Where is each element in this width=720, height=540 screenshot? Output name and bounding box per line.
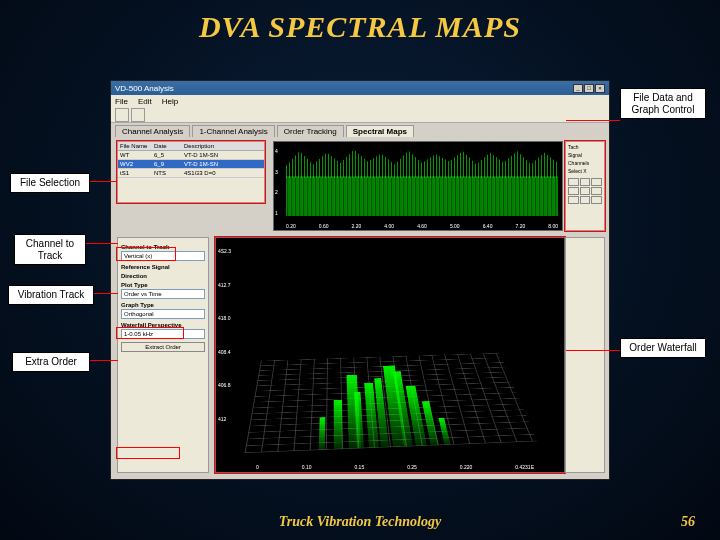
- rp-btn-4[interactable]: [568, 187, 579, 195]
- graph-type-label: Graph Type: [121, 302, 205, 308]
- menu-edit[interactable]: Edit: [138, 97, 152, 106]
- graph-type-select[interactable]: Orthogonal: [121, 309, 205, 319]
- tab-channel-analysis[interactable]: Channel Analysis: [115, 125, 190, 137]
- menu-bar: File Edit Help: [111, 95, 609, 107]
- spectrum-envelope: [286, 148, 558, 178]
- spectral-chart: 4 3 2 1 0.20 0.60 2.20 4.00 4.60 5.00 6.…: [273, 141, 563, 231]
- tab-spectral-maps[interactable]: Spectral Maps: [346, 125, 414, 137]
- callout-file-selection: File Selection: [10, 173, 90, 193]
- waterfall-grid: [245, 353, 537, 453]
- callout-file-data-graph-control: File Data and Graph Control: [620, 88, 706, 119]
- waterfall-xticks: 0 0.10 0.15 0.25 0.220 0.4231E: [256, 464, 534, 470]
- rp-select[interactable]: Select X: [568, 168, 602, 174]
- connector-line: [566, 350, 620, 351]
- connector-line: [86, 243, 118, 244]
- rp-btn-2[interactable]: [580, 178, 591, 186]
- window-title-text: VD-500 Analysis: [115, 84, 174, 93]
- channel-to-track-select[interactable]: Vertical (x): [121, 251, 205, 261]
- control-panel: Channel to Track Vertical (x) Reference …: [117, 237, 209, 473]
- file-col-date: Date: [152, 142, 182, 150]
- connector-line: [90, 360, 118, 361]
- file-row[interactable]: WT 6_5 VT-D 1M-SN: [118, 151, 264, 160]
- file-selection-panel: File Name Date Description WT 6_5 VT-D 1…: [117, 141, 265, 203]
- file-table-header: File Name Date Description: [118, 142, 264, 151]
- maximize-icon[interactable]: □: [584, 84, 594, 93]
- slide-footer: Truck Vibration Technology: [0, 514, 720, 530]
- toolbar-print-icon[interactable]: [131, 108, 145, 122]
- freq-range-field[interactable]: 1-0.05 kHz: [121, 329, 205, 339]
- rp-tach[interactable]: Tach: [568, 144, 602, 150]
- channel-to-track-label: Channel to Track: [121, 244, 205, 250]
- slide-page-number: 56: [681, 514, 695, 530]
- plot-type-select[interactable]: Order vs Time: [121, 289, 205, 299]
- tab-order-tracking[interactable]: Order Tracking: [277, 125, 344, 137]
- toolbar-open-icon[interactable]: [115, 108, 129, 122]
- callout-extra-order: Extra Order: [12, 352, 90, 372]
- callout-channel-to-track: Channel to Track: [14, 234, 86, 265]
- rp-channels[interactable]: Channels: [568, 160, 602, 166]
- plot-type-label: Plot Type: [121, 282, 205, 288]
- connector-line: [94, 293, 118, 294]
- callout-vibration-track: Vibration Track: [8, 285, 94, 305]
- connector-line: [566, 120, 620, 121]
- right-side-panel-bottom: [565, 237, 605, 473]
- close-icon[interactable]: ×: [595, 84, 605, 93]
- menu-file[interactable]: File: [115, 97, 128, 106]
- rp-btn-8[interactable]: [580, 196, 591, 204]
- graph-control-panel: Tach Signal Channels Select X: [565, 141, 605, 231]
- file-row[interactable]: tS1 NTS 4S1G3 D=0: [118, 169, 264, 178]
- rp-signal[interactable]: Signal: [568, 152, 602, 158]
- rp-btn-6[interactable]: [591, 187, 602, 195]
- rp-btn-9[interactable]: [591, 196, 602, 204]
- rp-btn-1[interactable]: [568, 178, 579, 186]
- connector-line: [90, 181, 116, 182]
- app-window: VD-500 Analysis _ □ × File Edit Help Cha…: [110, 80, 610, 480]
- rp-btn-3[interactable]: [591, 178, 602, 186]
- toolbar: [111, 107, 609, 123]
- work-area: File Name Date Description WT 6_5 VT-D 1…: [111, 137, 609, 479]
- minimize-icon[interactable]: _: [573, 84, 583, 93]
- file-col-name: File Name: [118, 142, 152, 150]
- tab-1channel-analysis[interactable]: 1-Channel Analysis: [192, 125, 274, 137]
- file-col-desc: Description: [182, 142, 264, 150]
- chart-top-yticks: 4 3 2 1: [275, 148, 278, 216]
- tab-bar: Channel Analysis 1-Channel Analysis Orde…: [111, 123, 609, 137]
- waterfall-yticks: 4S2.3 412.7 418.0 408.4 406.8 412: [218, 248, 231, 422]
- window-titlebar: VD-500 Analysis _ □ ×: [111, 81, 609, 95]
- rp-btn-5[interactable]: [580, 187, 591, 195]
- rp-btn-7[interactable]: [568, 196, 579, 204]
- reference-signal-label: Reference Signal: [121, 264, 205, 270]
- extract-order-button[interactable]: Extract Order: [121, 342, 205, 352]
- callout-order-waterfall: Order Waterfall: [620, 338, 706, 358]
- waterfall-chart: 4S2.3 412.7 418.0 408.4 406.8 412: [215, 237, 565, 473]
- direction-label: Direction: [121, 273, 205, 279]
- chart-top-xticks: 0.20 0.60 2.20 4.00 4.60 5.00 6.40 7.20 …: [286, 223, 558, 229]
- slide-title: DVA SPECTRAL MAPS: [0, 10, 720, 44]
- menu-help[interactable]: Help: [162, 97, 178, 106]
- file-row-selected[interactable]: WV2 6_9 VT-D 1M-SN: [118, 160, 264, 169]
- waterfall-perspective-label: Waterfall Perspective: [121, 322, 205, 328]
